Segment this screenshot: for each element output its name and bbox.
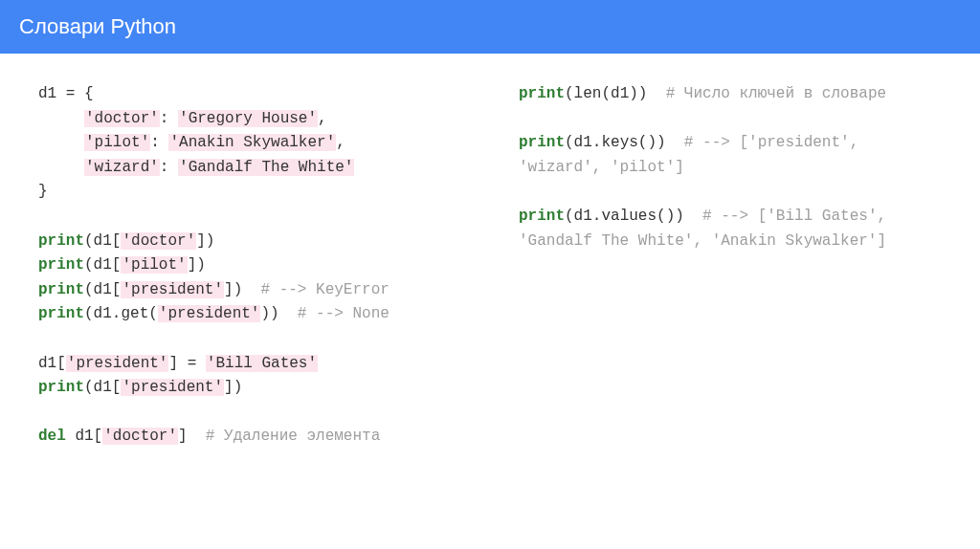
code-text: (d1.get( — [84, 305, 158, 322]
code-text: (d1[ — [84, 232, 121, 250]
keyword-print: print — [38, 281, 84, 298]
code-text: ]) — [196, 232, 214, 250]
string-literal: 'pilot' — [121, 256, 187, 274]
comment: # Удаление элемента — [188, 428, 381, 445]
string-literal: 'doctor' — [121, 232, 196, 250]
code-column-right: print(len(d1)) # Число ключей в словаре … — [519, 82, 942, 450]
code-text: (d1.values()) — [565, 208, 684, 225]
comment: # --> None — [279, 305, 390, 322]
keyword-del: del — [38, 428, 66, 445]
code-text: (d1.keys()) — [565, 134, 666, 151]
code-text: (d1[ — [84, 379, 121, 396]
string-literal: 'wizard' — [84, 159, 160, 176]
code-text: } — [38, 183, 48, 200]
string-literal: 'Anakin Skywalker' — [168, 134, 336, 151]
code-text: ]) — [188, 256, 206, 274]
string-literal: 'Bill Gates' — [206, 355, 318, 372]
string-literal: 'doctor' — [102, 428, 178, 445]
keyword-print: print — [38, 379, 84, 396]
code-text: (d1[ — [84, 256, 121, 274]
code-text: ]) — [224, 281, 242, 298]
keyword-print: print — [38, 305, 84, 322]
code-text: ] — [178, 428, 188, 445]
code-text: (len(d1)) — [565, 85, 647, 102]
string-literal: 'doctor' — [84, 110, 160, 127]
string-literal: 'president' — [121, 281, 224, 298]
code-text: )) — [260, 305, 278, 322]
comment: # Число ключей в словаре — [647, 85, 886, 102]
code-text: (d1[ — [84, 281, 121, 298]
code-text: ]) — [224, 379, 242, 396]
slide-content: d1 = { 'doctor': 'Gregory House', 'pilot… — [0, 54, 980, 478]
string-literal: 'Gregory House' — [178, 110, 318, 127]
code-text: d1[ — [38, 355, 66, 372]
code-column-left: d1 = { 'doctor': 'Gregory House', 'pilot… — [38, 82, 461, 450]
string-literal: 'president' — [66, 355, 169, 372]
keyword-print: print — [38, 256, 84, 274]
string-literal: 'pilot' — [84, 134, 150, 151]
keyword-print: print — [519, 208, 565, 225]
slide-header: Словари Python — [0, 0, 980, 54]
slide-title: Словари Python — [19, 14, 176, 39]
keyword-print: print — [519, 85, 565, 102]
string-literal: 'president' — [121, 379, 224, 396]
code-text: d1 = { — [38, 85, 94, 102]
keyword-print: print — [519, 134, 565, 151]
string-literal: 'president' — [158, 305, 261, 322]
comment: # --> KeyError — [242, 281, 390, 298]
keyword-print: print — [38, 232, 84, 250]
code-text: d1[ — [66, 428, 102, 445]
code-text: ] = — [168, 355, 205, 372]
string-literal: 'Gandalf The White' — [178, 159, 354, 176]
